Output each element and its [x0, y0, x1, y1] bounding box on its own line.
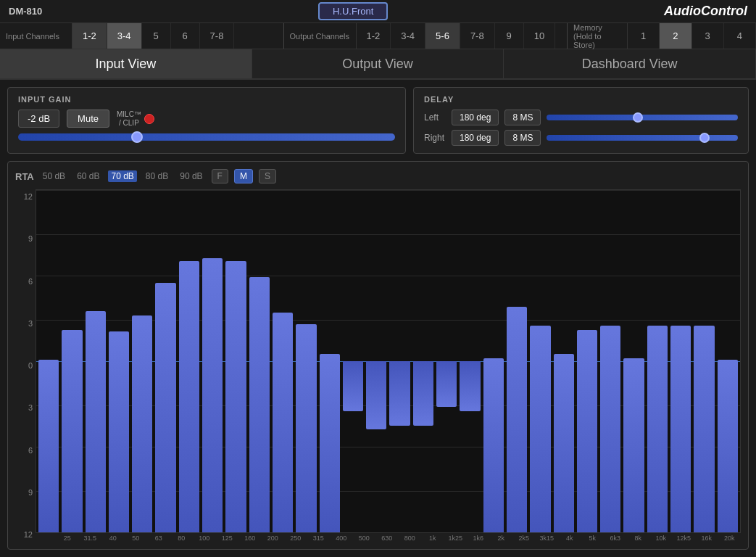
rta-bar-wrapper: [670, 190, 691, 532]
rta-bar: [623, 358, 644, 532]
output-tab-9[interactable]: 9: [495, 23, 524, 49]
output-channel-tabs: 1-2 3-4 5-6 7-8 9 10: [357, 23, 568, 49]
output-tab-7-8[interactable]: 7-8: [460, 23, 495, 49]
rta-bar-wrapper: [717, 190, 739, 532]
rta-bar: [109, 331, 129, 532]
rta-bar-wrapper: [459, 190, 481, 532]
rta-bar: [600, 326, 620, 532]
gain-slider-track[interactable]: [18, 133, 395, 141]
rta-x-label: 800: [399, 535, 422, 542]
rta-bar-wrapper: [249, 190, 270, 532]
rta-x-label: 400: [330, 535, 353, 542]
rta-panel: RTA 50 dB 60 dB 70 dB 80 dB 90 dB F M S …: [7, 161, 749, 550]
memory-tab-2[interactable]: 2: [660, 23, 691, 49]
brand-logo: AudioControl: [664, 4, 747, 19]
rta-x-label: 1k25: [444, 535, 468, 542]
tab-dashboard-view[interactable]: Dashboard View: [504, 49, 756, 78]
rta-bar: [38, 360, 59, 532]
output-tab-3-4[interactable]: 3-4: [391, 23, 425, 49]
tab-input-view[interactable]: Input View: [0, 49, 252, 78]
memory-label: Memory (Hold to Store): [568, 23, 628, 49]
rta-90db[interactable]: 90 dB: [177, 170, 205, 182]
input-tab-5[interactable]: 5: [142, 23, 171, 49]
delay-title: DELAY: [424, 95, 738, 104]
delay-right-thumb[interactable]: [699, 133, 710, 143]
rta-bar-wrapper: [483, 190, 504, 532]
rta-mode-m[interactable]: M: [234, 169, 253, 183]
rta-bar-negative: [460, 361, 480, 411]
input-tab-1-2[interactable]: 1-2: [72, 23, 107, 49]
rta-x-label: 2k5: [512, 535, 536, 542]
rta-x-label: 63: [147, 535, 170, 542]
chart-and-xaxis: 2531.54050638010012516020025031540050063…: [36, 189, 741, 542]
rta-mode-s[interactable]: S: [259, 169, 276, 183]
gain-controls: -2 dB Mute MILC™/ CLIP: [18, 110, 395, 128]
delay-right-slider[interactable]: [547, 135, 738, 141]
milc-container: MILC™/ CLIP: [117, 110, 154, 128]
delay-left-label: Left: [424, 112, 446, 123]
memory-tab-3[interactable]: 3: [692, 23, 724, 49]
memory-tab-4[interactable]: 4: [724, 23, 756, 49]
delay-right-ms[interactable]: 8 MS: [504, 130, 541, 146]
rta-x-label: 200: [262, 535, 285, 542]
output-tab-10[interactable]: 10: [524, 23, 555, 49]
memory-tab-1[interactable]: 1: [628, 23, 660, 49]
rta-x-label: 12k5: [673, 535, 696, 542]
rta-bar: [647, 326, 668, 532]
delay-left-row: Left 180 deg 8 MS: [424, 110, 738, 125]
y-label-3-top: 3: [15, 319, 33, 328]
y-label-9-bot: 9: [15, 488, 33, 497]
output-tab-5-6[interactable]: 5-6: [425, 23, 460, 49]
delay-channels: Left 180 deg 8 MS Right 180 deg 8 MS: [424, 110, 738, 146]
rta-bar: [273, 313, 293, 532]
rta-bar-wrapper: [389, 190, 410, 532]
rta-bar-wrapper: [319, 190, 341, 532]
delay-left-thumb[interactable]: [633, 112, 643, 123]
rta-60db[interactable]: 60 dB: [74, 170, 102, 182]
delay-right-deg[interactable]: 180 deg: [452, 130, 499, 146]
rta-x-label: 10k: [649, 535, 673, 542]
input-channel-tabs: 1-2 3-4 5 6 7-8: [72, 23, 283, 49]
rta-80db[interactable]: 80 dB: [143, 170, 171, 182]
rta-bar: [179, 261, 199, 532]
rta-bar: [86, 311, 106, 532]
mute-button[interactable]: Mute: [67, 110, 109, 128]
rta-50db[interactable]: 50 dB: [40, 170, 68, 182]
input-tab-3-4[interactable]: 3-4: [107, 23, 142, 49]
input-gain-title: INPUT GAIN: [18, 95, 395, 104]
rta-x-label: 1k: [421, 535, 444, 542]
rta-bar-wrapper: [365, 190, 387, 532]
y-label-0: 0: [15, 361, 33, 370]
delay-left-slider[interactable]: [547, 115, 738, 120]
app-container: DM-810 H.U.Front AudioControl Input Chan…: [0, 0, 756, 557]
rta-x-label: 5k: [581, 535, 605, 542]
output-tab-1-2[interactable]: 1-2: [357, 23, 391, 49]
delay-left-deg[interactable]: 180 deg: [452, 110, 499, 125]
rta-x-label: 100: [193, 535, 216, 542]
y-label-12-top: 12: [15, 192, 33, 201]
rta-x-label: 1k6: [467, 535, 490, 542]
rta-bar-wrapper: [412, 190, 434, 532]
rta-bar-wrapper: [85, 190, 107, 532]
delay-panel: DELAY Left 180 deg 8 MS Right 180 d: [413, 87, 749, 154]
rta-70db[interactable]: 70 dB: [108, 170, 136, 182]
preset-button[interactable]: H.U.Front: [318, 2, 388, 20]
input-tab-6[interactable]: 6: [171, 23, 200, 49]
rta-mode-f[interactable]: F: [212, 169, 228, 183]
rta-x-label: 25: [56, 535, 79, 542]
delay-left-ms[interactable]: 8 MS: [504, 110, 541, 125]
rta-bar-wrapper: [295, 190, 317, 532]
y-label-9-top: 9: [15, 234, 33, 243]
gain-value-button[interactable]: -2 dB: [18, 110, 59, 128]
channel-tabs-row: Input Channels 1-2 3-4 5 6 7-8 Output Ch…: [0, 23, 756, 49]
input-tab-7-8[interactable]: 7-8: [200, 23, 235, 49]
gain-slider-thumb[interactable]: [131, 131, 143, 143]
rta-bar-wrapper: [647, 190, 668, 532]
rta-bar-wrapper: [61, 190, 83, 532]
rta-y-axis: 12 9 6 3 0 3 6 9 12: [15, 189, 36, 542]
tab-output-view[interactable]: Output View: [252, 49, 504, 78]
rta-bar-wrapper: [576, 190, 598, 532]
input-gain-panel: INPUT GAIN -2 dB Mute MILC™/ CLIP: [7, 87, 406, 154]
rta-x-label: 6k3: [604, 535, 627, 542]
rta-bar-wrapper: [225, 190, 246, 532]
